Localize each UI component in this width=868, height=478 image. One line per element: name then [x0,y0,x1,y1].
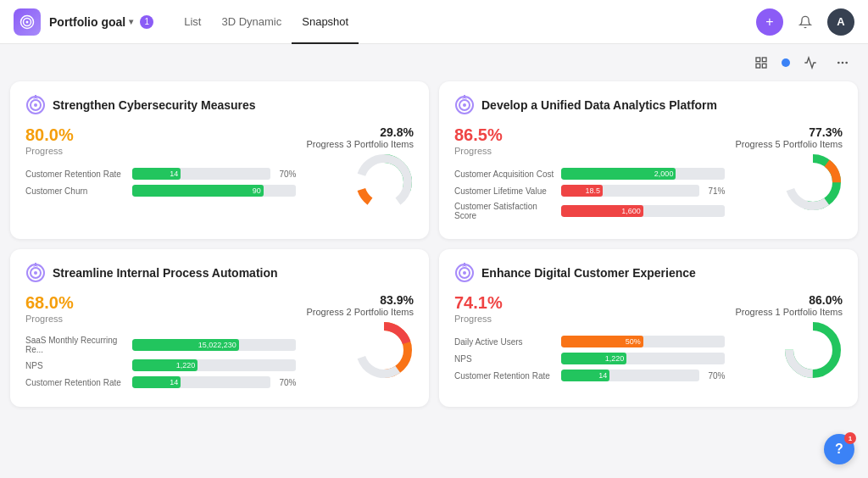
bar-label: 14 [170,378,178,386]
right-progress-value: 77.3% [735,125,843,139]
card-header: Enhance Digital Customer Experience [454,263,843,283]
portfolio-items: 1 Portfolio Items [776,307,843,317]
bar-label: 14 [598,371,607,380]
metric-row: Customer Retention Rate 14 70% [25,376,296,388]
bar-label: 14 [170,170,178,178]
bar-label: 90 [253,186,261,195]
progress-main: 68.0% Progress [25,293,296,324]
portfolio-items: 5 Portfolio Items [776,139,843,149]
metric-name: Customer Retention Rate [25,378,127,387]
chart-meta: 86.0% Progress 1 Portfolio Items [735,293,843,317]
metric-bar: 14 [132,376,270,388]
metric-bar: 1,220 [132,359,296,371]
metric-row: SaaS Monthly Recurring Re... 15,022,230 [25,336,296,354]
grid-icon[interactable] [749,51,773,75]
tab-snapshot[interactable]: Snapshot [292,1,359,44]
metric-name: Customer Satisfaction Score [454,202,556,220]
svg-point-8 [842,62,843,63]
metric-bar: 15,022,230 [132,339,296,351]
svg-point-9 [846,62,847,63]
activity-icon[interactable] [798,51,822,75]
right-progress-label: Progress [735,139,772,149]
chart-meta: 77.3% Progress 5 Portfolio Items [735,125,843,149]
card-body: 68.0% Progress SaaS Monthly Recurring Re… [25,293,414,393]
dot-icon[interactable] [782,58,790,67]
bar-label: 50% [626,337,641,346]
bar-suffix: 70% [279,170,296,179]
right-progress-value: 29.8% [306,125,414,139]
donut-chart [354,153,414,214]
bar-label: 2,000 [654,170,674,178]
metric-name: Customer Lifetime Value [454,186,556,196]
card-right: 86.0% Progress 1 Portfolio Items [735,293,843,382]
bar-fill: 90 [132,185,264,197]
card-body: 80.0% Progress Customer Retention Rate 1… [25,125,414,214]
metric-bar: 18.5 [561,185,699,197]
bar-fill: 1,600 [561,205,643,217]
progress-value: 68.0% [25,293,74,313]
metric-bar: 1,600 [561,205,725,217]
bar-suffix: 70% [279,378,296,387]
progress-main: 86.5% Progress [454,125,725,156]
svg-rect-6 [762,64,766,68]
donut-chart [783,320,843,382]
donut-chart [783,153,843,214]
card-analytics: Develop a Unified Data Analytics Platfor… [439,81,858,239]
bar-label: 18.5 [585,186,600,195]
app-icon [14,8,41,36]
metric-row: Customer Retention Rate 14 70% [454,370,725,381]
bar-fill: 1,220 [132,359,198,371]
right-progress-label: Progress [306,139,343,149]
progress-label: Progress [454,314,503,324]
progress-main: 80.0% Progress [25,125,296,156]
metric-bar: 14 [132,168,270,180]
portfolio-title[interactable]: Portfolio goal ▾ [49,15,133,29]
card-right: 83.9% Progress 2 Portfolio Items [306,293,414,382]
metric-bar: 2,000 [561,168,725,180]
svg-point-19 [463,103,466,107]
tab-3d-dynamic[interactable]: 3D Dynamic [211,1,292,44]
progress-label: Progress [25,146,74,156]
card-digital: Enhance Digital Customer Experience 74.1… [439,249,858,407]
svg-rect-3 [756,58,760,62]
metric-bar: 90 [132,185,296,197]
metric-row: Daily Active Users 50% [454,336,725,347]
metric-name: Daily Active Users [454,337,556,347]
filter-badge: 1 [140,15,153,29]
svg-point-2 [26,20,29,23]
bar-label: 1,600 [621,207,641,215]
card-header: Streamline Internal Process Automation [25,263,414,283]
bar-label: 1,220 [176,361,196,370]
chart-meta: 83.9% Progress 2 Portfolio Items [306,293,414,317]
card-cybersecurity: Strengthen Cybersecurity Measures 80.0% … [10,81,429,239]
card-body: 74.1% Progress Daily Active Users 50% NP… [454,293,843,386]
bar-label: 15,022,230 [198,341,236,349]
metric-name: NPS [454,354,556,364]
add-button[interactable]: + [756,8,783,36]
notifications-button[interactable] [792,8,819,36]
progress-main: 74.1% Progress [454,293,725,324]
progress-label: Progress [454,146,503,156]
progress-stat: 80.0% Progress [25,125,74,156]
more-icon[interactable] [831,51,854,75]
portfolio-items: 3 Portfolio Items [347,139,414,149]
svg-point-7 [838,62,839,63]
svg-point-26 [34,271,37,275]
cards-grid: Strengthen Cybersecurity Measures 80.0% … [0,81,868,417]
header-actions: + A [756,8,854,36]
metric-row: Customer Retention Rate 14 70% [25,168,296,180]
svg-point-16 [354,153,414,212]
bar-suffix: 71% [708,186,725,196]
tab-list[interactable]: List [174,1,211,44]
metric-name: Customer Retention Rate [454,371,556,381]
bar-label: 1,220 [605,354,625,363]
card-left: 86.5% Progress Customer Acquisition Cost… [454,125,725,225]
right-progress-label: Progress [735,307,772,317]
metric-bar: 1,220 [561,353,725,364]
svg-point-12 [34,103,37,107]
bar-fill: 18.5 [561,185,603,197]
card-automation: Streamline Internal Process Automation 6… [10,249,429,407]
user-avatar[interactable]: A [827,8,854,36]
metric-row: NPS 1,220 [454,353,725,364]
card-left: 80.0% Progress Customer Retention Rate 1… [25,125,296,202]
